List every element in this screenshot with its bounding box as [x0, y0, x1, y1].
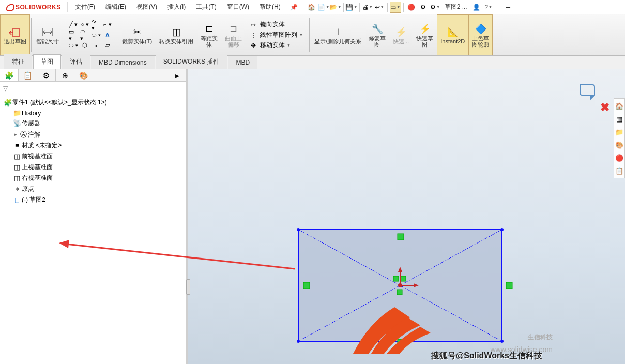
shade-sketch-button[interactable]: 🔷 上色草 图轮廓 — [468, 14, 493, 55]
tree-top-label: 上视基准面 — [22, 163, 53, 172]
sketch-point[interactable] — [297, 228, 300, 231]
confirmation-corner-ok[interactable] — [578, 83, 597, 105]
graphics-viewport[interactable]: 生信科技 www.solidwise.com 搜狐号@SolidWorks生信科… — [188, 69, 625, 364]
sketch-point[interactable] — [297, 340, 300, 343]
tab-features[interactable]: 特征 — [4, 54, 32, 69]
convert-entities-button[interactable]: ◫ 转换实体引用 — [156, 14, 197, 55]
help-button[interactable]: ?▼ — [483, 2, 494, 13]
task-pane: 🏠 ▦ 📁 🎨 🔴 📋 — [614, 98, 625, 178]
minimize-button[interactable]: ─ — [502, 2, 514, 13]
tree-origin[interactable]: ⌖原点 — [1, 184, 185, 194]
config-tab[interactable]: ⚙ — [37, 69, 56, 81]
tree-annotations[interactable]: ▸Ⓐ注解 — [1, 129, 185, 140]
select-button[interactable]: ▭▼ — [390, 2, 401, 13]
tree-right-plane[interactable]: ◫右视基准面 — [1, 173, 185, 184]
tree-sensors[interactable]: 📡传感器 — [1, 118, 185, 129]
search-button[interactable]: 👤 — [471, 2, 482, 13]
material-icon: ≡ — [12, 142, 22, 149]
menu-view[interactable]: 视图(V) — [131, 1, 162, 13]
ellipse-tool[interactable]: ⬭ ▾ — [91, 31, 101, 40]
settings-button[interactable]: ⚙▼ — [430, 2, 441, 13]
save-button[interactable]: 💾▼ — [346, 2, 357, 13]
open-button[interactable]: 📂▼ — [330, 2, 341, 13]
splitter-handle[interactable] — [186, 279, 190, 295]
relation-midpoint-icon[interactable] — [393, 276, 399, 281]
task-view-palette-button[interactable]: 🎨 — [614, 139, 624, 150]
rebuild-button[interactable]: 🔴 — [406, 2, 417, 13]
print-button[interactable]: 🖨▼ — [362, 2, 373, 13]
plane-icon: ◫ — [12, 153, 22, 160]
menu-insert[interactable]: 插入(I) — [162, 1, 191, 13]
rapid-icon: ⚡ — [419, 23, 431, 35]
surface-offset-button[interactable]: ⊐ 曲面上 偏移 — [221, 14, 246, 55]
expand-tab-button[interactable]: ▸ — [167, 69, 186, 81]
menu-tools[interactable]: 工具(T) — [191, 1, 221, 13]
sketch-point[interactable] — [500, 228, 504, 231]
relation-vertical-icon[interactable] — [506, 282, 512, 289]
display-relations-button[interactable]: ⊥ 显示/删除几何关系 — [311, 14, 365, 55]
quick-label: 快速... — [393, 38, 409, 44]
menu-help[interactable]: 帮助(H) — [254, 1, 286, 13]
menu-file[interactable]: 文件(F) — [70, 1, 100, 13]
sketch-icon: ⎕ — [12, 196, 22, 204]
tab-mbd[interactable]: MBD — [228, 56, 257, 69]
tree-filter[interactable]: ▽ — [0, 82, 186, 95]
task-resources-button[interactable]: ▦ — [614, 113, 624, 125]
tree-history[interactable]: 📁History — [1, 108, 185, 118]
slot-tool[interactable]: ⬭ ▾ — [68, 41, 79, 50]
relation-vertical-icon[interactable] — [303, 282, 310, 289]
repair-sketch-button[interactable]: 🔧 修复草 图 — [365, 14, 389, 55]
task-appearances-button[interactable]: 🔴 — [614, 152, 624, 163]
tree-top-plane[interactable]: ◫上视基准面 — [1, 162, 185, 173]
task-custom-button[interactable]: 📋 — [614, 165, 624, 176]
rapid-sketch-button[interactable]: ⚡ 快速草 图 — [413, 14, 437, 55]
menu-window[interactable]: 窗口(W) — [222, 1, 254, 13]
property-tab[interactable]: 📋 — [19, 69, 37, 81]
expand-icon[interactable]: ▸ — [12, 132, 19, 137]
instant2d-button[interactable]: 📐 Instant2D — [437, 14, 468, 55]
menu-edit[interactable]: 编辑(E) — [100, 1, 131, 13]
manager-tabs: 🧩 📋 ⚙ ⊕ 🎨 ▸ — [0, 69, 186, 82]
sketch-point[interactable] — [500, 340, 504, 343]
shade-icon: 🔷 — [475, 23, 486, 35]
options-button[interactable]: ⚙ — [418, 2, 429, 13]
quick-snaps-button[interactable]: ⚡ 快速... — [389, 14, 413, 55]
display-tab[interactable]: 🎨 — [74, 69, 93, 81]
text-tool[interactable]: A — [102, 31, 113, 40]
plane-tool[interactable]: ▱ — [102, 41, 113, 50]
task-library-button[interactable]: 📁 — [614, 126, 624, 138]
move-entities-button[interactable]: ✥移动实体▼ — [247, 40, 307, 51]
confirmation-corner-cancel[interactable]: ✖ — [600, 101, 609, 114]
smart-dimension-button[interactable]: 智能尺寸 — [33, 14, 63, 55]
mirror-entities-button[interactable]: ⇿镜向实体 — [247, 20, 307, 30]
tree-sketch2[interactable]: ⎕(-) 草图2 — [1, 194, 185, 205]
tree-root-part[interactable]: 🧩零件1 (默认<<默认>_显示状态 1>) — [1, 97, 185, 108]
fillet-tool[interactable]: ⌐ ▾ — [102, 20, 113, 29]
new-button[interactable]: 📄▼ — [318, 2, 329, 13]
relation-midpoint-icon[interactable] — [401, 276, 406, 281]
task-home-button[interactable]: 🏠 — [614, 100, 624, 112]
exit-sketch-button[interactable]: 退出草图 — [0, 14, 30, 55]
tab-sketch[interactable]: 草图 — [33, 54, 61, 69]
home-button[interactable]: 🏠 — [306, 2, 317, 13]
spline-tool[interactable]: ∿ ▾ — [91, 20, 101, 29]
linear-pattern-button[interactable]: ⋮⋮线性草图阵列▼ — [247, 30, 307, 40]
trim-entities-button[interactable]: ✂ 裁剪实体(T) — [118, 14, 156, 55]
polygon-tool[interactable]: ⬡ — [80, 41, 90, 50]
rectangle-tool[interactable]: ▭ ▾ — [68, 31, 79, 40]
pin-icon[interactable]: 📌 — [286, 4, 302, 11]
arc-tool[interactable]: ◠ ▾ — [80, 31, 90, 40]
offset-entities-button[interactable]: ⊏ 等距实 体 — [197, 14, 221, 55]
relation-horizontal-icon[interactable] — [398, 234, 404, 240]
svg-point-5 — [398, 283, 402, 287]
repair-label: 修复草 图 — [369, 35, 386, 48]
tree-front-plane[interactable]: ◫前视基准面 — [1, 151, 185, 162]
tab-mbd-dimensions[interactable]: MBD Dimensions — [91, 56, 155, 69]
feature-tree-tab[interactable]: 🧩 — [0, 69, 19, 81]
undo-button[interactable]: ↩▼ — [374, 2, 385, 13]
tree-material[interactable]: ≡材质 <未指定> — [1, 140, 185, 151]
tab-addins[interactable]: SOLIDWORKS 插件 — [156, 54, 227, 69]
tab-evaluate[interactable]: 评估 — [62, 54, 90, 69]
dimxpert-tab[interactable]: ⊕ — [56, 69, 74, 81]
point-tool[interactable]: • — [91, 41, 101, 50]
